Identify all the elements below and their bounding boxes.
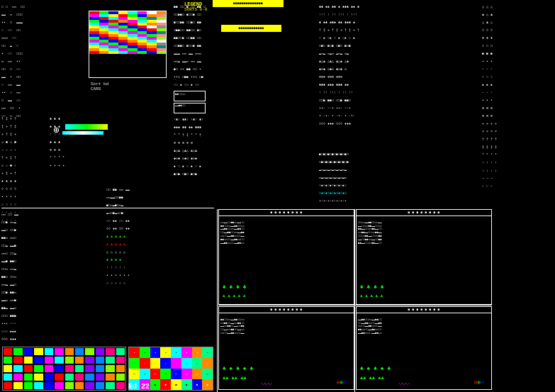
cyan-bar xyxy=(62,131,103,135)
quad-1-content: ▭▭▬▬□□■■▭▭▬▬□□ ■■□□▭▭▬▬■■□□▭▭ ▬▬■■□□▭▭▬▬… xyxy=(219,216,354,250)
people-area: † ‡ + † ‡ + † ‡ + † ‡ + ☺ ☻ ☺ ☻ ♂ ♀ ♂ ♀ … xyxy=(1,113,47,206)
yellow-bar: ■■■■■■■■■■■■ xyxy=(221,25,281,32)
quad-4-content: ▬▬■■□□▭▭▬▬■■□□ □□▬▬■■▭▭□□▬▬■■ ▭▭□□▬▬■■▭▭… xyxy=(357,313,491,340)
compass-symbol: ⊕ xyxy=(53,124,59,136)
small-panel-1: ■■□□▭▭ xyxy=(174,91,206,101)
quad-3-content: ■■□□▭▭▬▬■■□□▭▭ ▭▭■■□□▬▬▭▭■■□□ ▬▬▭▭■■□□▬▬… xyxy=(219,313,354,340)
panel3-pine-trees: ▲▲ ▲▲ ▲▲ xyxy=(223,375,247,381)
mid-right-scatter: ■□■□■□■□■□■□■□ □■□■□■□■□■□■□■ ▬▭▬▭▬▭▬▭▬▭… xyxy=(319,149,475,206)
quad-3-title: ■ ■ ■ ■ ■ ■ ■ ■ xyxy=(219,307,354,313)
trees-central: ♣♣♣ ↑↑ ♣♣ ↑↑↑ ↑♣↑ ♣♣↑ ↑♣↑ ♣↑ ♠♠♠ ♣♣ ♠♠ ♣… xyxy=(174,106,315,177)
quad-panel-2: ■ ■ ■ ■ ■ ■ ■ ■ □□▭▭▬▬■■□□▭▭▬▬ ▬▬□□▭▭■■▬… xyxy=(356,209,492,305)
v-rule-1 xyxy=(354,209,355,392)
small-panel-2: ▬▬■■□□ xyxy=(174,103,206,113)
trees-left: ♣ ♣ ♣ ♠ ♣ ♠ ↑ ↑ ↑ ♣ ♠ ♣ ⊕ ⊕ ⊕ * * * * + … xyxy=(50,113,92,170)
panel4-pine-trees: ▲▲ ▲▲ ▲▲ xyxy=(360,375,384,381)
color-bar xyxy=(65,124,108,130)
quad-panel-4: ■ ■ ■ ■ ■ ■ ■ ■ ▬▬■■□□▭▭▬▬■■□□ □□▬▬■■▭▭□… xyxy=(356,306,492,390)
quad-2-title: ■ ■ ■ ■ ■ ■ ■ ■ xyxy=(357,210,491,216)
panel4-rainbow: ◡◡◡ xyxy=(399,379,409,386)
panel4-trees: ♣ ♠ ♣ ♠ ♣ xyxy=(360,365,391,371)
bottom-color-grid xyxy=(2,347,126,391)
h-rule-1 xyxy=(1,208,214,208)
panel3-trees: ♣ ♠ ♣ ♠ ♣ xyxy=(223,365,253,371)
right-column-symbols: △ △ △ ▲ △ ▲ △ ▲ △ ◊ ◊ ◊ ♦ ♦ ♦ □ □ □ ■ ■ … xyxy=(482,1,553,200)
v-rule-2 xyxy=(217,209,218,392)
panel1-small-trees: ▲ ▲ ▲ ▲ ▲ xyxy=(223,293,245,298)
quad-1-title: ■ ■ ■ ■ ■ ■ ■ ■ xyxy=(219,210,354,216)
panel3-targets: ⊕⊕⊕ xyxy=(337,379,347,386)
color-grid-panel xyxy=(89,11,167,78)
vehicles-area: □ □ ▭▭ □□ ▬▬ ▭ □□□ ▪▪ □ ▬▬▬ ○ ○○ □□ ▭▭▭ … xyxy=(1,1,86,108)
quad-panel-3: ■ ■ ■ ■ ■ ■ ■ ■ ■■□□▭▭▬▬■■□□▭▭ ▭▭■■□□▬▬▭… xyxy=(218,306,354,390)
mid-left-vehicles: ▭▭ □□ ▬▬ □□■ ▭▭▬ ▬▬□ □□■ ■■▭ ▭▭□ □□▬ ▬▬■… xyxy=(1,209,101,351)
panel1-trees: ♣ ♣ ♣ ♣ xyxy=(223,284,247,290)
panel2-small-trees: ▲ ▲ ▲ ▲ ▲ xyxy=(360,293,383,298)
cad-canvas: LEGEND SORTS 0-0 ■■■■■■■■■■■■■■ xyxy=(0,0,555,392)
quad-4-title: ■ ■ ■ ■ ■ ■ ■ ■ xyxy=(357,307,491,313)
panel3-rainbow: ◡◡◡ xyxy=(262,379,271,386)
panel4-targets: ⊕⊕⊕ xyxy=(474,379,484,386)
quad-2-content: □□▭▭▬▬■■□□▭▭▬▬ ▬▬□□▭▭■■▬▬□□▭▭ ■■▬▬□□▭▭■■… xyxy=(357,216,491,250)
sort-label: Sort bdCARS xyxy=(91,82,108,91)
h-rule-2 xyxy=(218,305,492,306)
edition-label: Ed 22 xyxy=(128,383,150,391)
center-mid-symbols: □□ ■■ ▭▭ ▬▬ ▭▭▬▬□□■■ ■□▭▬■□▭▬ ▬▭□■▬▭□■ ○… xyxy=(106,184,213,347)
quad-panel-1: ■ ■ ■ ■ ■ ■ ■ ■ ▭▭▬▬□□■■▭▭▬▬□□ ■■□□▭▭▬▬■… xyxy=(218,209,354,305)
panel2-trees: ♣ ♣ ♣ ♣ xyxy=(360,284,384,290)
